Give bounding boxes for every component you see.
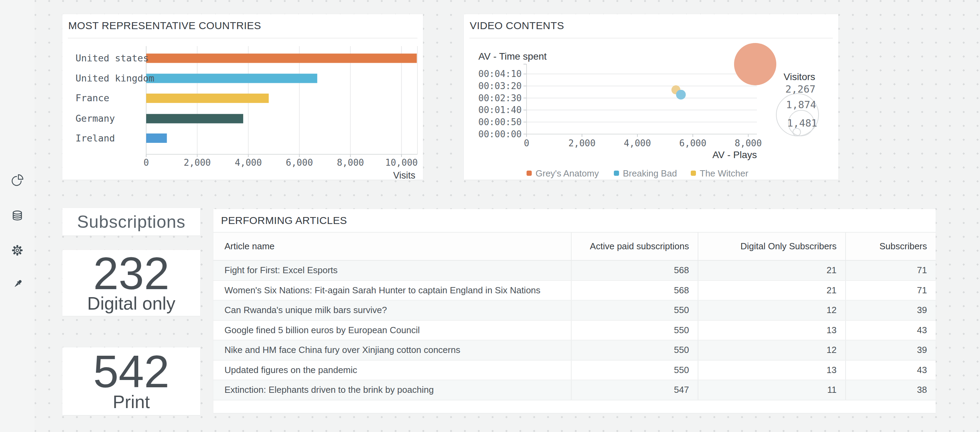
size-legend: Visitors2,2671,8741,481 [776, 72, 819, 136]
table-row[interactable]: Extinction: Elephants driven to the brin… [213, 380, 935, 400]
svg-text:00:03:20: 00:03:20 [478, 81, 522, 91]
gear-icon[interactable] [11, 244, 24, 257]
svg-text:2,000: 2,000 [184, 158, 211, 168]
svg-text:4,000: 4,000 [235, 158, 262, 168]
table-row[interactable]: Can Rwanda's unique milk bars survive?55… [213, 301, 935, 321]
legend-label: Breaking Bad [623, 168, 677, 179]
value-cell: 39 [845, 341, 935, 360]
x-axis-title: AV - Plays [712, 150, 757, 160]
value-cell: 21 [698, 281, 845, 300]
value-cell: 547 [571, 380, 698, 400]
x-axis-label: Visits [393, 170, 415, 180]
digital-only-label: Digital only [87, 294, 175, 312]
svg-text:0: 0 [143, 158, 149, 168]
category-label: United states [76, 53, 149, 64]
legend-item[interactable]: Breaking Bad [614, 168, 677, 179]
bar-united-states[interactable] [146, 54, 417, 63]
value-cell: 11 [698, 380, 845, 400]
eyedropper-icon[interactable] [11, 278, 24, 291]
size-legend-value: 1,874 [786, 99, 816, 111]
article-name-cell: Google fined 5 billion euros by European… [213, 321, 571, 340]
bubble-breaking-bad[interactable] [676, 90, 686, 99]
category-label: United kingdom [76, 73, 154, 84]
svg-text:6,000: 6,000 [679, 138, 706, 148]
value-cell: 43 [845, 321, 935, 340]
print-kpi-card: 542 Print [62, 348, 200, 415]
table-header-row: Article nameActive paid subscriptionsDig… [213, 232, 935, 261]
svg-text:00:01:40: 00:01:40 [478, 105, 522, 115]
y-axis-title: AV - Time spent [478, 51, 547, 62]
svg-text:8,000: 8,000 [735, 138, 762, 148]
bars [146, 54, 417, 143]
article-name-cell: Nike and HM face China fury over Xinjian… [213, 341, 571, 360]
svg-text:00:04:10: 00:04:10 [478, 69, 522, 79]
value-cell: 550 [571, 301, 698, 320]
video-bubble-chart: 00:00:0000:00:5000:01:4000:02:3000:03:20… [464, 14, 838, 180]
x-axis: 02,0004,0006,0008,00010,000 [143, 154, 418, 168]
column-header[interactable]: Article name [213, 233, 571, 260]
svg-text:00:02:30: 00:02:30 [478, 93, 522, 103]
value-cell: 568 [571, 281, 698, 300]
column-header[interactable]: Subscribers [845, 233, 935, 260]
y-axis: 00:00:0000:00:5000:01:4000:02:3000:03:20… [478, 69, 527, 139]
legend-item[interactable]: The Witcher [691, 168, 748, 179]
legend-item[interactable]: Grey's Anatomy [527, 168, 599, 179]
category-label: Germany [76, 113, 115, 124]
bubbles [671, 43, 776, 99]
print-label: Print [113, 393, 150, 411]
value-cell: 71 [845, 281, 935, 300]
print-value: 542 [93, 352, 169, 392]
articles-table: Article nameActive paid subscriptionsDig… [213, 232, 935, 400]
legend-swatch [691, 171, 696, 176]
bar-ireland[interactable] [146, 134, 167, 143]
svg-text:0: 0 [524, 138, 529, 148]
article-name-cell: Can Rwanda's unique milk bars survive? [213, 301, 571, 320]
table-row[interactable]: Google fined 5 billion euros by European… [213, 321, 935, 341]
value-cell: 13 [698, 360, 845, 380]
value-cell: 38 [845, 380, 935, 400]
size-legend-title: Visitors [784, 72, 815, 82]
svg-text:2,000: 2,000 [568, 138, 595, 148]
table-row[interactable]: Fight for First: Excel Esports5682171 [213, 261, 935, 281]
value-cell: 12 [698, 301, 845, 320]
digital-only-value: 232 [93, 253, 169, 294]
bar-united-kingdom[interactable] [146, 74, 317, 83]
value-cell: 550 [571, 321, 698, 340]
value-cell: 71 [845, 261, 935, 280]
legend-swatch [614, 171, 619, 176]
subscriptions-card: Subscriptions [62, 208, 200, 236]
column-header[interactable]: Digital Only Subscribers [698, 233, 845, 260]
svg-text:10,000: 10,000 [385, 158, 418, 168]
countries-panel: MOST REPRESENTATIVE COUNTRIES United sta… [62, 14, 423, 180]
articles-panel-title: PERFORMING ARTICLES [221, 215, 347, 226]
article-name-cell: Extinction: Elephants driven to the brin… [213, 380, 571, 400]
value-cell: 39 [845, 301, 935, 320]
bar-germany[interactable] [146, 114, 243, 123]
x-axis: 02,0004,0006,0008,000 [524, 134, 762, 148]
pie-chart-icon[interactable] [11, 174, 24, 187]
bar-france[interactable] [146, 94, 269, 103]
value-cell: 12 [698, 341, 845, 360]
svg-text:6,000: 6,000 [286, 158, 313, 168]
legend-swatch [527, 171, 532, 176]
value-cell: 550 [571, 341, 698, 360]
svg-text:00:00:00: 00:00:00 [478, 129, 522, 139]
column-header[interactable]: Active paid subscriptions [571, 233, 698, 260]
database-icon[interactable] [11, 209, 24, 222]
value-cell: 568 [571, 261, 698, 280]
size-legend-value: 1,481 [787, 117, 817, 129]
svg-text:00:00:50: 00:00:50 [478, 117, 522, 127]
table-row[interactable]: Women's Six Nations: Fit-again Sarah Hun… [213, 281, 935, 301]
bubble-grey-s-anatomy[interactable] [734, 43, 776, 85]
table-row[interactable]: Nike and HM face China fury over Xinjian… [213, 341, 935, 360]
legend-label: The Witcher [700, 168, 748, 179]
size-legend-value: 2,267 [785, 83, 815, 95]
value-cell: 43 [845, 360, 935, 380]
legend-label: Grey's Anatomy [536, 168, 599, 179]
video-panel: VIDEO CONTENTS 00:00:0000:00:5000:01:400… [464, 14, 838, 180]
svg-text:4,000: 4,000 [624, 138, 651, 148]
digital-only-kpi-card: 232 Digital only [62, 250, 200, 316]
table-row[interactable]: Updated figures on the pandemic5501343 [213, 360, 935, 381]
value-cell: 21 [698, 261, 845, 280]
article-name-cell: Women's Six Nations: Fit-again Sarah Hun… [213, 281, 571, 300]
